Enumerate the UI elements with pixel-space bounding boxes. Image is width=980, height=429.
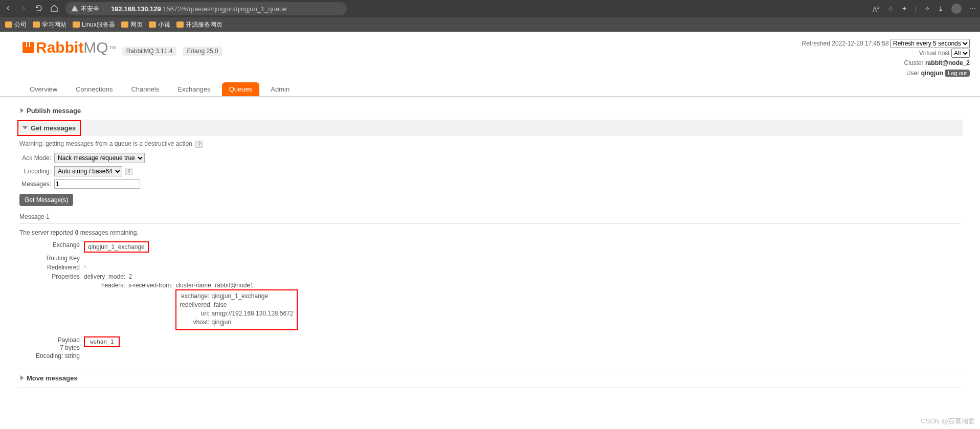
cluster-name-value: rabbit@node1: [215, 282, 254, 289]
vhost-line: Virtual host All: [802, 49, 970, 58]
h-uri-label: uri:: [180, 310, 211, 317]
refresh-interval-select[interactable]: Refresh every 5 seconds: [890, 39, 970, 48]
h-exchange-label: exchange:: [180, 292, 211, 300]
help-icon[interactable]: ?: [195, 141, 203, 148]
favorites-icon[interactable]: ✧: [925, 5, 930, 12]
tab-overview[interactable]: Overview: [23, 82, 64, 96]
rabbitmq-logo: RabbitMQTM: [23, 39, 116, 56]
tab-exchanges[interactable]: Exchanges: [170, 82, 217, 96]
cluster-name-label: cluster-name:: [175, 282, 215, 289]
rmq-version-badge: RabbitMQ 3.11.4: [122, 47, 177, 56]
bookmark-item[interactable]: 网页: [121, 20, 143, 29]
payload-label: Payload: [19, 336, 80, 345]
delivery-mode-label: delivery_mode:: [84, 273, 128, 280]
forward-icon[interactable]: [19, 4, 28, 14]
section-move-messages[interactable]: Move messages: [17, 369, 963, 387]
bookmark-item[interactable]: 小说: [149, 20, 170, 29]
encoding-select[interactable]: Auto string / base64: [54, 166, 122, 176]
received-from-details: exchange:qingjun_1_exchange redelivered:…: [175, 289, 297, 330]
star-icon[interactable]: ☆: [888, 5, 894, 12]
url-text: 192.168.130.129:15672/#/queues/qingjun/q…: [111, 5, 286, 13]
split-icon[interactable]: |: [915, 5, 917, 12]
more-icon[interactable]: ⋯: [970, 5, 976, 12]
help-icon[interactable]: ?: [125, 168, 132, 175]
home-icon[interactable]: [50, 4, 58, 14]
text-size-icon[interactable]: A»: [873, 5, 880, 13]
h-redelivered-value: false: [214, 301, 227, 308]
bookmarks-bar: 公司 学习网站 Linux服务器 网页 小说 开源服务网页: [0, 17, 980, 32]
routing-key-label: Routing Key: [19, 255, 84, 262]
message-header: Message 1: [19, 213, 961, 224]
h-redelivered-label: redelivered:: [180, 301, 214, 308]
logo-icon: [23, 42, 34, 53]
chevron-down-icon: [23, 126, 28, 129]
delivery-mode-value: 2: [128, 273, 132, 280]
messages-count-input[interactable]: [54, 179, 140, 189]
tab-channels[interactable]: Channels: [124, 82, 166, 96]
exchange-value: qingjun_1_exchange: [84, 241, 149, 253]
folder-icon: [176, 21, 184, 28]
folder-icon: [149, 21, 156, 28]
section-get-messages[interactable]: Get messages: [17, 120, 963, 136]
warning-text: Warning: getting messages from a queue i…: [19, 140, 961, 148]
bookmark-item[interactable]: 公司: [5, 20, 27, 29]
erlang-version-badge: Erlang 25.0: [183, 47, 222, 56]
vhost-select[interactable]: All: [951, 49, 970, 58]
main-tabs: Overview Connections Channels Exchanges …: [0, 78, 980, 97]
section-publish-message[interactable]: Publish message: [17, 102, 963, 120]
redelivered-label: Redelivered: [19, 264, 84, 271]
h-uri-value: amqp://192.168.130.128:5672: [211, 310, 293, 317]
folder-icon: [121, 21, 128, 28]
h-exchange-value: qingjun_1_exchange: [211, 292, 268, 300]
h-vhost-value: qingjun: [211, 319, 231, 326]
back-icon[interactable]: [4, 4, 12, 14]
insecure-icon: 不安全: [71, 5, 99, 13]
exchange-label: Exchange: [19, 241, 84, 249]
download-icon[interactable]: ⤓: [938, 5, 943, 12]
folder-icon: [5, 21, 12, 28]
tab-queues[interactable]: Queues: [222, 82, 260, 96]
ack-mode-select[interactable]: Nack message requeue true: [54, 153, 145, 163]
h-vhost-label: vhost:: [180, 319, 211, 326]
main-content: Publish message Get messages Warning: ge…: [0, 97, 980, 388]
remaining-text: The server reported 0 messages remaining…: [19, 229, 961, 236]
properties-label: Properties: [19, 273, 84, 280]
ack-mode-label: Ack Mode:: [19, 154, 51, 162]
messages-label: Messages:: [19, 180, 51, 188]
profile-avatar[interactable]: [951, 4, 962, 14]
extension-icon[interactable]: ✦: [902, 5, 907, 12]
payload-encoding: Encoding: string: [19, 352, 80, 360]
address-bar[interactable]: 不安全 | 192.168.130.129:15672/#/queues/qin…: [65, 2, 347, 15]
tab-admin[interactable]: Admin: [263, 82, 297, 96]
tab-connections[interactable]: Connections: [69, 82, 120, 96]
x-received-from-label: x-received-from:: [128, 282, 176, 289]
folder-icon: [33, 21, 40, 28]
bookmark-item[interactable]: 开源服务网页: [176, 20, 222, 29]
encoding-label: Encoding:: [19, 168, 51, 175]
payload-value: wuhan_1: [84, 336, 120, 347]
cluster-line: Cluster rabbit@node_2: [802, 58, 970, 68]
browser-toolbar: 不安全 | 192.168.130.129:15672/#/queues/qin…: [0, 0, 980, 17]
bookmark-item[interactable]: 学习网站: [33, 20, 66, 29]
bookmark-item[interactable]: Linux服务器: [73, 20, 115, 29]
redelivered-value: ○: [84, 264, 86, 269]
refresh-icon[interactable]: [35, 4, 43, 14]
headers-label: headers:: [84, 282, 128, 289]
app-header: RabbitMQTM RabbitMQ 3.11.4 Erlang 25.0 R…: [0, 32, 980, 78]
refreshed-line: Refreshed 2022-12-20 17:45:58 Refresh ev…: [802, 39, 970, 49]
folder-icon: [73, 21, 80, 28]
chevron-right-icon: [20, 375, 24, 380]
payload-size: 7 bytes: [19, 344, 80, 352]
logout-button[interactable]: Log out: [945, 70, 970, 77]
user-line: User qingjun Log out: [802, 69, 970, 78]
get-messages-button[interactable]: Get Message(s): [19, 194, 73, 206]
chevron-right-icon: [20, 108, 24, 113]
